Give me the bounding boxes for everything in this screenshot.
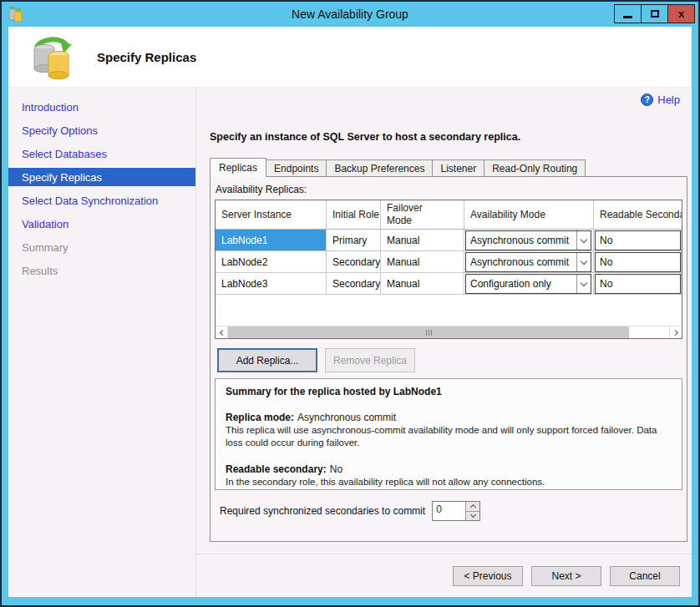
col-header-initial-role-label: Initial Role [332,209,380,221]
help-label: Help [657,94,680,106]
chevron-down-icon [470,512,476,518]
sidebar-item-specify-replicas[interactable]: Specify Replicas [8,168,195,186]
col-header-readable-secondary[interactable]: Readable Secondary [594,200,682,230]
readable-secondary-summary-value: No [330,463,342,475]
tab-listener[interactable]: Listener [432,159,484,176]
chevron-down-icon [581,235,587,242]
close-icon: x [678,8,684,19]
cell-server-instance[interactable]: LabNode1 [216,230,327,251]
maximize-icon [651,10,659,18]
cell-initial-role: Secondary [327,273,381,295]
col-header-availability-mode[interactable]: Availability Mode [464,200,594,230]
sidebar-item-select-databases[interactable]: Select Databases [8,142,195,165]
replica-mode-label: Replica mode: [226,412,294,423]
cell-availability-mode: Asynchronous commit [464,251,594,273]
chevron-down-icon [581,279,587,286]
tab-read-only-routing[interactable]: Read-Only Routing [484,159,586,176]
readable-secondary-value: No [600,256,612,268]
cell-server-instance[interactable]: LabNode2 [216,251,327,273]
add-replica-button[interactable]: Add Replica... [217,348,317,372]
readable-secondary-value: No [600,278,612,290]
stepper-up-button[interactable] [466,502,479,512]
chevron-right-icon [672,329,677,335]
cell-failover-mode[interactable]: Manual [381,251,464,273]
sidebar-item-introduction[interactable]: Introduction [8,95,195,119]
replica-summary-panel: Summary for the replica hosted by LabNod… [215,378,682,490]
cell-availability-mode: Asynchronous commit [464,230,594,251]
horizontal-scrollbar[interactable] [216,326,682,338]
next-button[interactable]: Next > [531,566,601,586]
cell-failover-mode[interactable]: Manual [381,273,464,295]
instruction-text: Specify an instance of SQL Server to hos… [210,131,692,143]
replica-row-labnode1[interactable]: LabNode1 Primary Manual Asynchronous com… [216,230,682,251]
availability-mode-value: Asynchronous commit [466,256,576,268]
required-secondaries-value[interactable]: 0 [433,502,465,520]
wizard-window: New Availability Group x Specify Replica… [0,0,700,607]
remove-replica-button: Remove Replica [325,348,415,372]
cancel-button[interactable]: Cancel [610,566,680,586]
sidebar-item-summary: Summary [8,235,195,259]
title-bar[interactable]: New Availability Group x [2,2,698,27]
replica-mode-description: This replica will use asynchronous-commi… [226,424,668,449]
dropdown-arrow-box[interactable] [576,231,591,250]
cell-failover-mode[interactable]: Manual [381,230,464,251]
cell-initial-role: Primary [327,230,381,251]
readable-secondary-description: In the secondary role, this availability… [226,476,668,488]
wizard-header: Specify Replicas [8,27,692,88]
tab-endpoints[interactable]: Endpoints [266,159,327,176]
replicas-database-icon [27,33,77,80]
scrollbar-thumb[interactable] [228,326,629,338]
col-header-initial-role[interactable]: Initial Role [327,200,381,230]
scroll-left-button[interactable] [216,326,228,338]
summary-title: Summary for the replica hosted by LabNod… [226,386,672,397]
cell-server-instance[interactable]: LabNode3 [216,273,327,295]
sidebar-item-select-data-synchronization[interactable]: Select Data Synchronization [8,189,195,212]
readable-secondary-dropdown[interactable]: No [595,230,681,250]
dropdown-arrow-box[interactable] [576,275,591,293]
sidebar-item-validation[interactable]: Validation [8,212,195,235]
col-header-failover-mode-label: Failover Mode [387,202,437,227]
availability-mode-dropdown[interactable]: Asynchronous commit [465,252,591,272]
col-header-server-instance[interactable]: Server Instance [216,200,327,230]
cell-availability-mode: Configuration only [464,273,594,295]
cell-readable-secondary: No [594,251,682,273]
availability-replicas-grid: Server Instance Initial Role Failover Mo… [215,200,682,339]
readable-secondary-dropdown[interactable]: No [595,252,681,272]
wizard-content: ? Help Specify an instance of SQL Server… [196,88,692,554]
stepper-down-button[interactable] [466,512,479,521]
scrollbar-track[interactable] [629,326,669,338]
availability-mode-value: Configuration only [466,278,576,290]
dropdown-arrow-box[interactable] [576,253,591,271]
tab-replicas[interactable]: Replicas [210,158,266,177]
previous-button[interactable]: < Previous [453,566,523,586]
availability-replicas-label: Availability Replicas: [216,184,687,195]
help-link[interactable]: ? Help [641,94,680,106]
help-icon: ? [641,94,653,106]
replica-row-labnode2[interactable]: LabNode2 Secondary Manual Asynchronous c… [216,251,682,273]
readable-secondary-value: No [600,235,612,246]
wizard-steps-sidebar: Introduction Specify Options Select Data… [8,88,196,597]
minimize-button[interactable] [614,4,642,23]
required-secondaries-label: Required synchronized secondaries to com… [220,505,425,517]
close-button[interactable]: x [667,4,695,23]
availability-mode-dropdown[interactable]: Configuration only [465,274,591,294]
required-secondaries-stepper[interactable]: 0 [432,501,480,521]
sidebar-item-specify-options[interactable]: Specify Options [8,119,195,142]
cell-readable-secondary: No [594,230,682,251]
cell-initial-role: Secondary [327,251,381,273]
col-header-failover-mode[interactable]: Failover Mode [381,200,464,230]
wizard-footer: < Previous Next > Cancel [196,554,692,597]
chevron-up-icon [470,504,476,510]
replicas-tab-page: Availability Replicas: Server Instance I… [210,176,687,542]
window-title: New Availability Group [2,8,698,21]
replica-row-labnode3[interactable]: LabNode3 Secondary Manual Configuration … [216,273,682,295]
tab-backup-preferences[interactable]: Backup Preferences [326,159,433,176]
page-title: Specify Replicas [97,50,196,64]
replica-mode-value: Asynchronous commit [297,412,396,423]
chevron-down-icon [581,257,587,264]
tab-strip: Replicas Endpoints Backup Preferences Li… [210,157,692,176]
scroll-right-button[interactable] [669,326,682,338]
readable-secondary-dropdown[interactable]: No [595,274,681,294]
maximize-button[interactable] [641,4,668,23]
availability-mode-dropdown[interactable]: Asynchronous commit [465,230,591,250]
